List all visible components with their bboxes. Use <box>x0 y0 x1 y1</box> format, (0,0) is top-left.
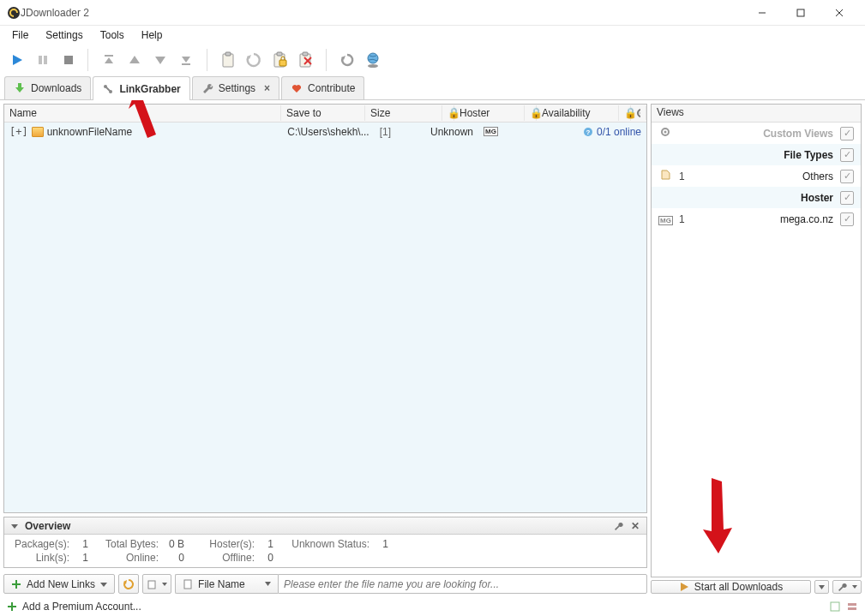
menu-help[interactable]: Help <box>133 27 171 43</box>
start-all-button[interactable]: Start all Downloads <box>651 580 811 594</box>
move-up-button[interactable] <box>123 48 147 72</box>
file-types-checkbox[interactable]: ✓ <box>840 148 854 162</box>
svg-rect-7 <box>44 56 47 64</box>
chevron-down-icon <box>162 582 167 587</box>
clipboard-cancel-button[interactable] <box>293 48 317 72</box>
window-title: JDownloader 2 <box>21 7 89 19</box>
svg-point-27 <box>368 64 378 68</box>
svg-point-33 <box>640 112 641 115</box>
svg-marker-13 <box>182 57 190 63</box>
add-new-links-button[interactable]: Add New Links <box>3 574 115 594</box>
maximize-button[interactable] <box>781 0 820 26</box>
right-tools-button[interactable] <box>832 580 862 594</box>
stop-button[interactable] <box>57 48 81 72</box>
tab-linkgrabber[interactable]: LinkGrabber <box>93 76 189 100</box>
svg-rect-53 <box>831 602 839 611</box>
tab-downloads[interactable]: Downloads <box>4 76 91 99</box>
overview-settings-button[interactable] <box>612 520 624 532</box>
grid-header: Name Save to Size 🔒 Hoster 🔒 Availabilit… <box>4 105 646 123</box>
views-hoster-header[interactable]: Hoster ✓ <box>652 187 861 208</box>
restore-button[interactable] <box>118 574 139 594</box>
tray-icon-2[interactable] <box>846 601 858 613</box>
download-arrow-icon <box>14 82 26 94</box>
menu-file[interactable]: File <box>3 27 37 43</box>
custom-views-checkbox[interactable]: ✓ <box>840 127 854 141</box>
close-button[interactable] <box>820 0 858 26</box>
col-availability[interactable]: Availability <box>537 105 619 121</box>
svg-rect-43 <box>184 580 191 589</box>
hoster-badge: MG <box>484 127 498 136</box>
tab-settings[interactable]: Settings × <box>192 76 279 99</box>
wrench-icon <box>201 82 213 94</box>
overview-close-button[interactable]: ✕ <box>629 520 641 532</box>
others-checkbox[interactable]: ✓ <box>840 170 854 183</box>
unknown-value: 1 <box>371 538 388 550</box>
col-hoster-lock-icon[interactable]: 🔒 <box>525 105 537 121</box>
hoster-checkbox[interactable]: ✓ <box>840 191 854 205</box>
package-name: unknownFileName <box>47 126 132 138</box>
menu-settings[interactable]: Settings <box>37 27 91 43</box>
menu-tools[interactable]: Tools <box>92 27 133 43</box>
col-size[interactable]: Size <box>365 105 442 121</box>
svg-marker-47 <box>662 170 670 179</box>
views-others-row[interactable]: 1 Others ✓ <box>652 165 861 187</box>
add-premium-link[interactable]: Add a Premium Account... <box>22 601 141 613</box>
views-title: Views <box>652 105 861 123</box>
globe-button[interactable] <box>361 48 385 72</box>
wrench-icon <box>613 521 623 531</box>
document-icon <box>183 579 193 589</box>
move-down-button[interactable] <box>148 48 172 72</box>
col-avail-lock-icon[interactable]: 🔒 <box>619 105 631 121</box>
overview-panel: Overview ✕ Package(s):1 Link(s):1 Total … <box>3 517 647 568</box>
minimize-button[interactable] <box>742 0 781 26</box>
reconnect-button[interactable] <box>242 48 266 72</box>
filename-filter-label[interactable]: File Name <box>175 574 278 594</box>
tab-contribute-label: Contribute <box>308 82 355 94</box>
move-bottom-button[interactable] <box>174 48 198 72</box>
offline-value: 0 <box>256 552 273 564</box>
views-panel: Views Custom Views ✓ File Types ✓ <box>651 104 862 577</box>
clipboard-lock-button[interactable] <box>267 48 291 72</box>
tab-settings-close[interactable]: × <box>264 82 270 94</box>
file-types-label: File Types <box>696 149 833 161</box>
start-all-dropdown[interactable] <box>814 580 829 594</box>
overview-title: Overview <box>25 520 70 532</box>
others-count: 1 <box>679 170 689 182</box>
svg-point-46 <box>664 131 667 134</box>
totalbytes-value: 0 B <box>160 538 184 550</box>
right-bottombar: Start all Downloads <box>651 580 862 594</box>
grid-body[interactable]: [+] unknownFileName C:\Users\shekh\... [… <box>4 123 646 512</box>
col-hoster[interactable]: Hoster <box>454 105 525 121</box>
move-top-button[interactable] <box>97 48 121 72</box>
svg-marker-36 <box>11 524 18 529</box>
hosters-value: 1 <box>256 538 273 550</box>
views-filetypes-header[interactable]: File Types ✓ <box>652 144 861 165</box>
col-settings-button[interactable] <box>631 106 646 120</box>
table-row[interactable]: [+] unknownFileName C:\Users\shekh\... [… <box>4 123 646 141</box>
tab-linkgrabber-label: LinkGrabber <box>119 83 180 95</box>
col-name[interactable]: Name <box>4 105 281 121</box>
filename-filter-input[interactable] <box>278 574 647 594</box>
saveto-path: C:\Users\shekh\... <box>287 126 369 138</box>
item-count: [1] <box>380 126 391 138</box>
pause-button[interactable] <box>31 48 55 72</box>
paste-dropdown-button[interactable] <box>142 574 171 594</box>
col-size-lock-icon[interactable]: 🔒 <box>442 105 454 121</box>
svg-marker-10 <box>105 57 113 63</box>
tab-contribute[interactable]: Contribute <box>281 76 364 99</box>
collapse-icon[interactable] <box>9 521 20 531</box>
svg-rect-2 <box>797 9 804 16</box>
tray-icon-1[interactable] <box>829 601 841 613</box>
wrench-icon <box>837 582 847 592</box>
mega-checkbox[interactable]: ✓ <box>840 212 854 226</box>
custom-views-label: Custom Views <box>696 128 833 140</box>
views-mega-row[interactable]: MG 1 mega.co.nz ✓ <box>652 208 861 230</box>
clipboard-button[interactable] <box>216 48 240 72</box>
play-button[interactable] <box>5 48 29 72</box>
mega-count: 1 <box>679 213 689 225</box>
expand-icon[interactable]: [+] <box>9 126 28 138</box>
refresh-button[interactable] <box>335 48 359 72</box>
col-saveto[interactable]: Save to <box>281 105 365 121</box>
views-custom-row[interactable]: Custom Views ✓ <box>652 123 861 144</box>
svg-marker-28 <box>15 83 24 93</box>
